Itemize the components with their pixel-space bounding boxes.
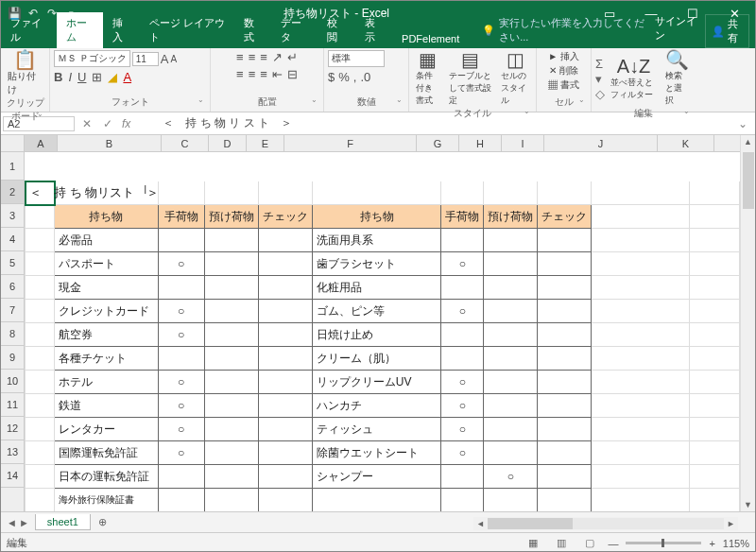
insert-cells-button[interactable]: ► 挿入 [548,50,579,63]
cell-h9[interactable] [484,347,538,371]
cell-h8[interactable] [484,323,538,347]
cell-c13[interactable]: ○ [158,441,204,465]
cell-i13[interactable] [538,441,592,465]
cell-b15[interactable]: 海外旅行保険証書 [55,489,158,512]
cell-e8[interactable] [258,323,312,347]
row-head-2[interactable]: 2 [1,181,24,204]
cell-e7[interactable] [258,300,312,323]
align-left-icon[interactable]: ≡ [236,67,244,81]
cell-c5[interactable]: ○ [158,252,204,276]
grow-font-icon[interactable]: A [161,52,169,66]
comma-icon[interactable]: , [353,70,357,84]
format-table-button[interactable]: ▤テーブルとして書式設定 [446,50,496,107]
cell-c7[interactable]: ○ [158,300,204,323]
cell-b11[interactable]: 鉄道 [55,394,158,418]
indent-dec-icon[interactable]: ⇤ [272,67,283,81]
cell-c10[interactable]: ○ [158,371,204,394]
cell-h11[interactable] [484,394,538,418]
cell-d7[interactable] [204,300,258,323]
col-head-G[interactable]: G [417,135,459,151]
cancel-formula-icon[interactable]: ✕ [77,117,97,130]
cell-e4[interactable] [258,229,312,252]
hdr-right-check[interactable]: 預け荷物 [484,205,538,229]
row-head-13[interactable]: 13 [1,440,24,464]
cell-styles-button[interactable]: ◫セルのスタイル [498,50,532,107]
cell-e13[interactable] [258,441,312,465]
cell-f13[interactable]: 除菌ウエットシート [312,441,441,465]
hdr-left-check[interactable]: 預け荷物 [204,205,258,229]
cell-h5[interactable] [484,252,538,276]
col-head-D[interactable]: D [209,135,247,151]
cell-g10[interactable]: ○ [441,371,484,394]
scroll-right-icon[interactable]: ► [724,519,738,528]
cell-e9[interactable] [258,347,312,371]
scroll-up-icon[interactable]: ▲ [742,135,754,148]
scroll-left-icon[interactable]: ◄ [473,519,488,528]
col-head-J[interactable]: J [544,135,658,151]
cell-f6[interactable]: 化粧用品 [312,276,441,300]
cell-h12[interactable] [484,418,538,441]
cell-f8[interactable]: 日焼け止め [312,323,441,347]
cell-i5[interactable] [538,252,592,276]
cell-b10[interactable]: ホテル [55,371,158,394]
cell-g11[interactable]: ○ [441,394,484,418]
qat-more-icon[interactable]: ▾ [63,9,78,18]
row-head-4[interactable]: 4 [1,228,24,251]
cell-i9[interactable] [538,347,592,371]
paste-button[interactable]: 📋貼り付け [5,50,45,96]
cell-g8[interactable] [441,323,484,347]
row-head-9[interactable]: 9 [1,346,24,370]
hscroll-thumb[interactable] [488,518,573,529]
cell-d13[interactable] [204,441,258,465]
share-button[interactable]: 👤共有 [705,14,749,48]
hdr-right-mark[interactable]: チェック [538,205,592,229]
tab-layout[interactable]: ページ レイアウト [140,12,234,48]
cell-c4[interactable] [158,229,204,252]
cell-b13[interactable]: 国際運転免許証 [55,441,158,465]
save-icon[interactable]: 💾 [7,7,22,20]
cell-h7[interactable] [484,300,538,323]
cell-f11[interactable]: ハンカチ [312,394,441,418]
sheet-tab[interactable]: sheet1 [35,514,91,530]
clear-icon[interactable]: ◇ [595,87,605,101]
font-name-select[interactable]: ＭＳ Ｐゴシック [54,50,130,67]
vertical-scrollbar[interactable]: ▲ ▼ [740,135,755,511]
add-sheet-button[interactable]: ⊕ [91,516,114,528]
cell-a2-title[interactable]: ＜ 持 ち 物リスト ＞ [29,184,159,201]
zoom-out-icon[interactable]: — [608,538,618,549]
col-head-H[interactable]: H [459,135,502,151]
cell-g9[interactable] [441,347,484,371]
enter-formula-icon[interactable]: ✓ [97,117,118,130]
cell-i10[interactable] [538,371,592,394]
percent-icon[interactable]: % [338,70,350,84]
wrap-icon[interactable]: ↵ [287,50,298,64]
sheet-nav-prev-icon[interactable]: ◄ [7,517,17,528]
cell-c6[interactable] [158,276,204,300]
row-head-14[interactable]: 14 [1,464,24,488]
tab-pdf[interactable]: PDFelement [392,29,469,48]
scroll-thumb[interactable] [743,152,754,209]
scroll-down-icon[interactable]: ▼ [742,498,754,511]
cell-f4[interactable]: 洗面用具系 [312,229,441,252]
undo-icon[interactable]: ↶ [26,7,41,20]
tab-view[interactable]: 表示 [355,12,392,48]
cell-b12[interactable]: レンタカー [55,418,158,441]
merge-icon[interactable]: ⊟ [287,67,298,81]
cell-h13[interactable] [484,441,538,465]
number-format-select[interactable]: 標準 [328,50,385,67]
tab-review[interactable]: 校閲 [318,12,354,48]
select-all-button[interactable] [1,135,25,152]
hdr-left-hand[interactable]: 手荷物 [158,205,204,229]
cell-i14[interactable] [538,465,592,489]
row-head-1[interactable]: 1 [1,152,24,181]
cell-g5[interactable]: ○ [441,252,484,276]
cell-d10[interactable] [204,371,258,394]
cell-d11[interactable] [204,394,258,418]
hdr-left-item[interactable]: 持ち物 [55,205,158,229]
row-head-12[interactable]: 12 [1,417,24,440]
row-head-10[interactable]: 10 [1,370,24,393]
page-break-icon[interactable]: ▢ [579,537,600,549]
cell-h4[interactable] [484,229,538,252]
cell-c11[interactable]: ○ [158,394,204,418]
col-head-I[interactable]: I [502,135,544,151]
